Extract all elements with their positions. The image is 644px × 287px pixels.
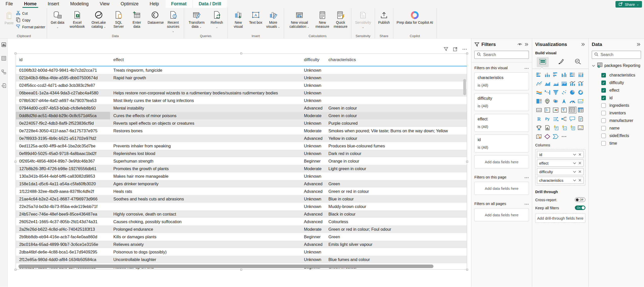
column-header-difficulty[interactable]: difficulty: [301, 57, 325, 62]
table-row[interactable]: 2a2fe26d-b622-4c8d-af4c-740425183f13Prol…: [16, 225, 467, 233]
field-checkbox[interactable]: ✓: [601, 81, 606, 85]
table-visual[interactable]: ideffectdifficultycharacteristics 0106fb…: [16, 54, 467, 270]
get-data-button[interactable]: Get data ⌄: [48, 9, 67, 29]
resize-handle-top-left[interactable]: [15, 53, 16, 54]
r-script-icon[interactable]: R: [535, 116, 543, 122]
metrics-icon[interactable]: [535, 124, 543, 131]
field-checkbox[interactable]: [601, 111, 606, 115]
tab-modeling[interactable]: Modeling: [65, 0, 94, 8]
clustered-column-chart-icon[interactable]: [560, 71, 568, 78]
image-visual-icon[interactable]: [577, 124, 585, 131]
resize-handle-bottom-right[interactable]: [466, 269, 468, 271]
field-checkbox[interactable]: [601, 141, 606, 146]
azure-map-icon[interactable]: [560, 98, 568, 105]
remove-field-icon[interactable]: [578, 170, 581, 173]
filter-dropzone[interactable]: Add data fields here: [474, 155, 529, 168]
columns-field-wells[interactable]: ideffectdifficultycharacteristics: [535, 149, 585, 186]
eye-icon[interactable]: [517, 43, 522, 46]
table-row[interactable]: 024f56cc-ccd2-4d71-adbd-3cb383c2fe87Unkn…: [16, 82, 467, 89]
power-automate-icon[interactable]: [552, 133, 559, 140]
clustered-bar-chart-icon[interactable]: [552, 71, 559, 78]
line-and-clustered-column-chart-icon[interactable]: [577, 80, 585, 87]
resize-handle-left-center[interactable]: [15, 161, 16, 163]
paginated-report-icon[interactable]: [544, 124, 551, 131]
smart-narrative-icon[interactable]: [577, 116, 585, 122]
collapse-visualizations-pane-icon[interactable]: [581, 42, 585, 46]
new-visual-calculation-button[interactable]: New visual calculation ⌄: [286, 9, 313, 29]
new-card-icon[interactable]: 123: [577, 98, 585, 105]
funnel-chart-icon[interactable]: [552, 89, 559, 96]
ribbon-chart-icon[interactable]: [535, 89, 543, 96]
column-header-effect[interactable]: effect: [110, 57, 301, 62]
remove-field-icon[interactable]: [578, 153, 581, 156]
field-checkbox[interactable]: [601, 118, 606, 123]
cut-button[interactable]: Cut: [16, 10, 45, 16]
table-view-icon[interactable]: [1, 55, 7, 61]
arcgis-map-icon[interactable]: [535, 133, 543, 140]
data-table-node[interactable]: packages Reporting D...: [592, 62, 641, 69]
stacked-column-chart-icon[interactable]: [544, 71, 551, 78]
field-checkbox[interactable]: ✓: [601, 73, 606, 77]
tab-home[interactable]: Home: [18, 0, 42, 8]
resize-handle-bottom-left[interactable]: [15, 269, 16, 271]
filter-card-id[interactable]: idis (All): [474, 135, 529, 152]
more-visuals-button[interactable]: More visuals ⌄: [264, 9, 282, 29]
table-row[interactable]: 0e7228e4-3050-411f-aaa7-6a175737e975Rest…: [16, 127, 467, 135]
multi-row-card-icon[interactable]: [544, 107, 551, 113]
prep-data-for-copilot-ai-button[interactable]: Prep data for Copilot AI: [395, 9, 435, 24]
chevron-down-icon[interactable]: [573, 179, 576, 181]
keep-all-filters-toggle[interactable]: On: [575, 205, 585, 210]
resize-handle-top-right[interactable]: [466, 53, 468, 54]
more-options-icon[interactable]: [524, 201, 529, 206]
paste-button[interactable]: Paste: [3, 9, 16, 25]
more-visual-options-icon[interactable]: [560, 133, 568, 140]
recent-sources-button[interactable]: Recent sources ⌄: [164, 9, 182, 33]
table-row[interactable]: 0ef89d40-5025-45a0-9718-4a8baac1bd2fRepl…: [16, 150, 467, 157]
table-row[interactable]: 26052e41-1665-4c37-805b-2fd143d74a31Caus…: [16, 218, 467, 225]
card-icon[interactable]: 123: [535, 107, 543, 113]
format-painter-button[interactable]: Format painter: [16, 24, 45, 30]
table-horizontal-scrollbar[interactable]: [18, 265, 464, 268]
dax-query-view-icon[interactable]: [1, 83, 7, 89]
copy-button[interactable]: Copy: [16, 17, 45, 23]
field-pill-id[interactable]: id: [537, 151, 584, 158]
tab-view[interactable]: View: [94, 0, 115, 8]
new-button-slicer-icon[interactable]: [569, 124, 576, 131]
more-options-icon[interactable]: [524, 175, 529, 179]
drill-through-dropzone[interactable]: Add drill-through fields here: [535, 214, 585, 223]
table-row[interactable]: 06beea01-1e2a-4344-9da3-c27abc4a4580Help…: [16, 89, 467, 97]
chevron-down-icon[interactable]: [573, 162, 576, 164]
filter-dropzone[interactable]: Add data fields here: [474, 182, 529, 195]
report-canvas[interactable]: ideffectdifficultycharacteristics 0106fb…: [8, 39, 471, 287]
area-chart-icon[interactable]: [544, 80, 551, 87]
quick-measure-button[interactable]: Quick measure: [331, 9, 350, 29]
focus-mode-icon[interactable]: [453, 47, 458, 53]
filter-dropzone[interactable]: Add data fields here: [474, 208, 529, 221]
field-checkbox[interactable]: [601, 126, 606, 131]
line-and-stacked-column-chart-icon[interactable]: [569, 80, 576, 87]
filter-card-characteristics[interactable]: characteristicsis (All): [474, 72, 529, 90]
stacked-bar-chart-icon[interactable]: [535, 71, 543, 78]
data-field-difficulty[interactable]: ✓difficulty: [592, 79, 641, 87]
table-row[interactable]: 021b40b3-68ba-4fde-a595-dbb07500674dRapi…: [16, 74, 467, 82]
table-row[interactable]: 21ae4c64-b2e2-42e1-8687-47f96973d966Soot…: [16, 195, 467, 203]
build-visual-tab[interactable]: [537, 57, 549, 67]
tab-optimize[interactable]: Optimize: [115, 0, 144, 8]
kpi-icon[interactable]: [552, 107, 559, 113]
field-checkbox[interactable]: ✓: [601, 96, 606, 100]
matrix-icon[interactable]: [577, 107, 585, 113]
resize-handle-bottom-center[interactable]: [240, 269, 242, 271]
data-field-name[interactable]: name: [592, 124, 641, 132]
data-search-box[interactable]: [592, 51, 641, 59]
filter-icon[interactable]: [444, 47, 448, 53]
gauge-icon[interactable]: [569, 98, 576, 105]
chevron-down-icon[interactable]: [592, 63, 595, 68]
field-pill-characteristics[interactable]: characteristics: [537, 177, 584, 184]
filter-card-difficulty[interactable]: difficultyis (All): [474, 93, 529, 111]
data-field-effect[interactable]: ✓effect: [592, 87, 641, 94]
table-row[interactable]: 07944d00-cc87-4b53-b0ab-cfc8efeb8b50Ment…: [16, 104, 467, 112]
new-text-slicer-icon[interactable]: A: [560, 124, 568, 131]
table-row[interactable]: 0ed1125a-ac60-4ff9-ac84-1ba2dc35d7bePrev…: [16, 142, 467, 150]
waterfall-chart-icon[interactable]: [544, 89, 551, 96]
data-field-time[interactable]: time: [592, 140, 641, 147]
